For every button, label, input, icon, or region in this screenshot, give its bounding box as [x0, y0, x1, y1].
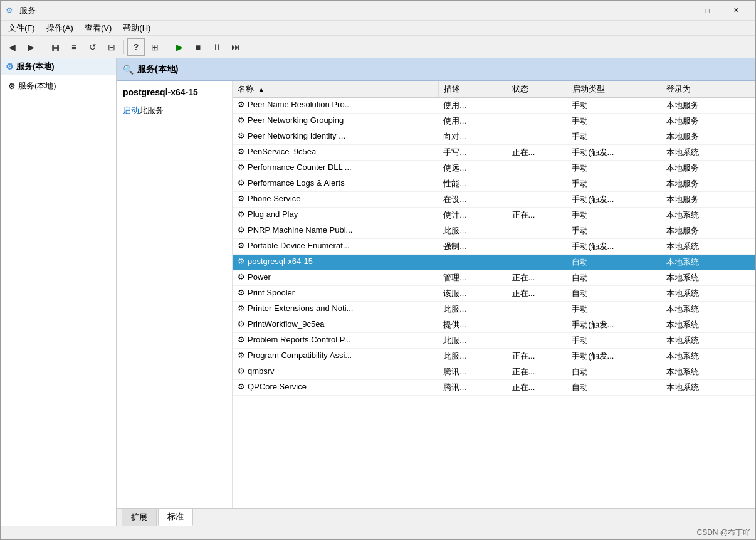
table-row[interactable]: ⚙Problem Reports Control P...此服...手动本地系统	[233, 333, 755, 349]
window-controls: ─ □ ✕	[664, 1, 750, 21]
sidebar: ⚙ 服务(本地) ⚙ 服务(本地)	[1, 58, 117, 526]
table-row[interactable]: ⚙qmbsrv腾讯...正在...自动本地系统	[233, 364, 755, 380]
stop-button[interactable]: ■	[189, 38, 207, 56]
table-row[interactable]: ⚙PNRP Machine Name Publ...此服...手动本地服务	[233, 223, 755, 239]
table-row[interactable]: ⚙Peer Networking Grouping使用...手动本地服务	[233, 114, 755, 129]
window-title: 服务	[19, 5, 664, 16]
help-button[interactable]: ?	[127, 38, 145, 56]
close-button[interactable]: ✕	[722, 1, 750, 21]
service-desc-cell: 使计...	[438, 208, 507, 223]
col-header-desc[interactable]: 描述	[438, 81, 507, 98]
service-desc-cell: 使用...	[438, 114, 507, 129]
table-row[interactable]: ⚙Plug and Play使计...正在...手动本地系统	[233, 208, 755, 223]
back-button[interactable]: ◀	[3, 38, 21, 56]
properties-button[interactable]: ⊞	[146, 38, 164, 56]
service-gear-icon: ⚙	[238, 178, 245, 188]
table-row[interactable]: ⚙PrintWorkflow_9c5ea提供...手动(触发...本地系统	[233, 317, 755, 333]
service-startup-cell: 手动	[567, 129, 661, 145]
service-gear-icon: ⚙	[238, 100, 245, 109]
minimize-button[interactable]: ─	[664, 1, 693, 21]
table-area[interactable]: 名称 ▲ 描述 状态 启动类型 登录为 ⚙Peer Name Resolutio…	[233, 81, 755, 508]
table-row[interactable]: ⚙Peer Networking Identity ...向对...手动本地服务	[233, 129, 755, 145]
service-gear-icon: ⚙	[238, 319, 245, 329]
table-row[interactable]: ⚙QPCore Service腾讯...正在...自动本地系统	[233, 380, 755, 396]
service-status-cell	[507, 192, 567, 208]
table-row[interactable]: ⚙Performance Logs & Alerts性能...手动本地服务	[233, 176, 755, 192]
maximize-button[interactable]: □	[693, 1, 722, 21]
service-startup-cell: 手动(触发...	[567, 349, 661, 364]
table-row[interactable]: ⚙Phone Service在设...手动(触发...本地服务	[233, 192, 755, 208]
service-name-cell: Phone Service	[248, 194, 301, 203]
menu-help[interactable]: 帮助(H)	[118, 21, 155, 35]
export-button[interactable]: ⊟	[103, 38, 120, 56]
service-name-cell: postgresql-x64-15	[248, 257, 313, 266]
service-gear-icon: ⚙	[238, 382, 245, 391]
table-row[interactable]: ⚙Print Spooler该服...正在...自动本地系统	[233, 286, 755, 302]
menu-view[interactable]: 查看(V)	[80, 21, 117, 35]
service-login-cell: 本地系统	[661, 333, 755, 349]
service-desc-cell: 管理...	[438, 270, 507, 286]
service-name-cell: Peer Networking Identity ...	[248, 131, 345, 140]
menu-file[interactable]: 文件(F)	[3, 21, 40, 35]
list-view-button[interactable]: ≡	[65, 38, 83, 56]
table-body: ⚙Peer Name Resolution Pro...使用...手动本地服务⚙…	[233, 98, 755, 396]
service-gear-icon: ⚙	[238, 225, 245, 235]
tab-expand[interactable]: 扩展	[122, 509, 157, 526]
service-startup-cell: 自动	[567, 364, 661, 380]
forward-button[interactable]: ▶	[22, 38, 39, 56]
service-desc-cell	[438, 255, 507, 270]
play-button[interactable]: ▶	[171, 38, 188, 56]
service-startup-cell: 手动	[567, 333, 661, 349]
service-status-cell: 正在...	[507, 145, 567, 161]
service-desc-cell: 腾讯...	[438, 380, 507, 396]
col-header-startup[interactable]: 启动类型	[567, 81, 661, 98]
pause-button[interactable]: ⏸	[208, 38, 226, 56]
col-header-login[interactable]: 登录为	[661, 81, 755, 98]
service-login-cell: 本地服务	[661, 129, 755, 145]
col-header-name[interactable]: 名称 ▲	[233, 81, 438, 98]
tab-standard[interactable]: 标准	[158, 508, 193, 526]
service-desc-cell: 此服...	[438, 302, 507, 317]
menu-action[interactable]: 操作(A)	[41, 21, 78, 35]
service-name-cell: Problem Reports Control P...	[248, 335, 351, 344]
service-login-cell: 本地系统	[661, 302, 755, 317]
table-row[interactable]: ⚙Peer Name Resolution Pro...使用...手动本地服务	[233, 98, 755, 114]
sidebar-item-local-services[interactable]: ⚙ 服务(本地)	[6, 79, 111, 93]
menu-bar: 文件(F) 操作(A) 查看(V) 帮助(H)	[1, 21, 755, 36]
service-login-cell: 本地服务	[661, 176, 755, 192]
service-desc-cell: 此服...	[438, 333, 507, 349]
step-button[interactable]: ⏭	[227, 38, 244, 56]
service-startup-cell: 自动	[567, 255, 661, 270]
service-gear-icon: ⚙	[238, 241, 245, 250]
table-row[interactable]: ⚙Program Compatibility Assi...此服...正在...…	[233, 349, 755, 364]
show-panel-button[interactable]: ▦	[46, 38, 64, 56]
service-login-cell: 本地服务	[661, 98, 755, 114]
service-status-cell	[507, 317, 567, 333]
detail-action-link[interactable]: 启动	[123, 105, 139, 115]
sidebar-node-label: 服务(本地)	[18, 80, 56, 92]
table-row[interactable]: ⚙postgresql-x64-15自动本地系统	[233, 255, 755, 270]
service-gear-icon: ⚙	[238, 147, 245, 156]
service-status-cell	[507, 239, 567, 255]
service-name-cell: QPCore Service	[248, 382, 307, 391]
service-gear-icon: ⚙	[238, 257, 245, 266]
service-login-cell: 本地服务	[661, 114, 755, 129]
service-desc-cell: 此服...	[438, 223, 507, 239]
table-row[interactable]: ⚙Performance Counter DLL ...使远...手动本地服务	[233, 161, 755, 176]
main-area: ⚙ 服务(本地) ⚙ 服务(本地) 🔍 服务(本地) postgresq	[1, 58, 755, 526]
table-row[interactable]: ⚙Portable Device Enumerat...强制...手动(触发..…	[233, 239, 755, 255]
service-login-cell: 本地系统	[661, 270, 755, 286]
service-status-cell	[507, 161, 567, 176]
table-row[interactable]: ⚙Power管理...正在...自动本地系统	[233, 270, 755, 286]
status-bar-text: CSDN @布丁吖	[696, 527, 750, 538]
table-row[interactable]: ⚙Printer Extensions and Noti...此服...手动本地…	[233, 302, 755, 317]
service-status-cell: 正在...	[507, 286, 567, 302]
service-startup-cell: 手动	[567, 223, 661, 239]
service-name-cell: Printer Extensions and Noti...	[248, 304, 353, 313]
col-header-status[interactable]: 状态	[507, 81, 567, 98]
table-row[interactable]: ⚙PenService_9c5ea手写...正在...手动(触发...本地系统	[233, 145, 755, 161]
refresh-button[interactable]: ↺	[84, 38, 102, 56]
service-startup-cell: 手动(触发...	[567, 192, 661, 208]
service-status-cell	[507, 255, 567, 270]
service-name-cell: Power	[248, 272, 271, 282]
